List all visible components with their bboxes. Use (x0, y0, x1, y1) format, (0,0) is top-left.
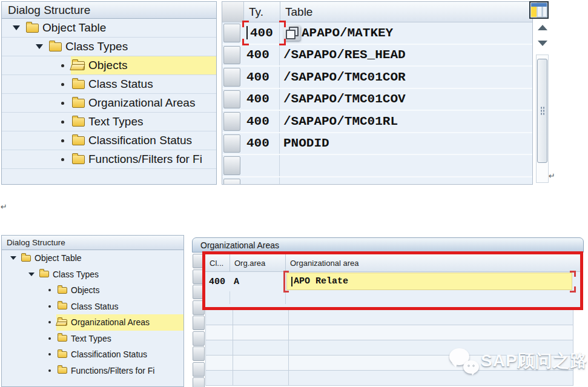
row-selector-button[interactable] (193, 316, 205, 330)
tree-item[interactable]: Class Types (2, 266, 183, 283)
tree-item-label: Class Status (71, 302, 119, 311)
cell-org-area[interactable]: A (230, 272, 286, 291)
column-header-org-area-name[interactable]: Organizational area (286, 254, 580, 272)
expand-arrow-icon[interactable] (7, 256, 20, 260)
column-header-org-area[interactable]: Org.area (230, 254, 286, 272)
tree-item-highlight: Class Types (48, 38, 216, 56)
table-row[interactable]: 400 /SAPAPO/TMC01RL (222, 111, 532, 133)
scroll-up-button[interactable] (535, 22, 549, 33)
class-value: 400 (209, 277, 225, 287)
column-header-ty[interactable]: Ty. (244, 2, 280, 22)
cursor-bracket-icon (570, 286, 576, 293)
tree-item[interactable]: Object Table (2, 19, 216, 38)
cell-class-type[interactable]: 400 (243, 22, 280, 44)
row-selector-button[interactable] (223, 134, 240, 153)
row-selector-button[interactable] (223, 68, 240, 87)
column-header-class[interactable]: Cl... (205, 254, 230, 272)
cursor-bracket-icon (242, 39, 249, 45)
cell-org-area-name[interactable]: APO Relate (286, 272, 580, 291)
scroll-down-button[interactable] (535, 38, 549, 48)
table-row[interactable]: 400 /SAPAPO/RES_HEAD (222, 45, 532, 67)
dialog-structure-tree: Object Table Class Types Objects (2, 19, 216, 169)
class-type-value: 400 (246, 92, 269, 106)
leaf-bullet-icon (43, 369, 56, 372)
expand-arrow-icon[interactable] (25, 273, 38, 276)
selector-column-header[interactable] (222, 2, 244, 22)
row-selector-button[interactable] (223, 46, 240, 65)
empty-cell (206, 340, 233, 355)
empty-cell (206, 310, 233, 325)
tree-item[interactable]: Classification Status (2, 346, 183, 363)
cell-class-type[interactable]: 400 (243, 45, 280, 66)
paragraph-mark: ↵ (1, 202, 7, 211)
empty-cell (233, 371, 289, 385)
table-name-value: /SAPAPO/TMC01RL (283, 114, 398, 128)
tree-item[interactable]: Class Status (2, 75, 216, 94)
tree-item[interactable]: Classification Status (2, 131, 216, 150)
table-row[interactable]: 400 APAPO/MATKEY (222, 22, 532, 45)
tree-item-label: Functions/Filters for Fi (71, 366, 154, 375)
row-selector-button[interactable] (193, 377, 205, 387)
tree-item[interactable]: Functions/Filters for Fi (2, 150, 216, 169)
row-selector-button[interactable] (223, 156, 240, 175)
cell-table-name[interactable]: /SAPAPO/TMC01COV (280, 89, 532, 110)
tree-item[interactable]: Object Table (2, 250, 183, 266)
folder-icon (72, 99, 85, 108)
table-name-value: /SAPAPO/TMC01COR (283, 70, 406, 84)
expand-arrow-icon[interactable] (8, 25, 25, 30)
org-area-name-input[interactable]: APO Relate (286, 273, 572, 290)
tree-item[interactable]: Text Types (2, 331, 183, 347)
cell-class-type[interactable]: 400 (243, 67, 280, 88)
table-row[interactable]: 400 A APO Relate (205, 272, 580, 291)
row-selector-button[interactable] (193, 346, 205, 361)
tree-item[interactable]: Organizational Areas (2, 94, 216, 113)
tree-item[interactable]: Class Types (2, 38, 216, 56)
cell-table-name[interactable]: /SAPAPO/TMC01RL (280, 111, 532, 132)
table-row[interactable]: 400 PNODID (222, 133, 532, 156)
cell-class[interactable]: 400 (205, 272, 230, 291)
vertical-scrollbar[interactable] (535, 22, 549, 183)
dialog-structure-title: Dialog Structure (8, 4, 90, 17)
tree-item[interactable]: Organizational Areas (2, 314, 183, 331)
cell-table-name[interactable]: /SAPAPO/RES_HEAD (280, 45, 532, 66)
leaf-bullet-icon (43, 289, 56, 291)
expand-arrow-icon[interactable] (31, 44, 48, 49)
column-header-table[interactable]: Table (280, 2, 532, 22)
tree-item[interactable]: Objects (2, 282, 183, 299)
tree-item[interactable]: Objects (2, 56, 216, 75)
table-body: 400 A APO Relate (205, 272, 580, 291)
tree-item[interactable]: Class Status (2, 299, 183, 315)
tree-item-label: Organizational Areas (88, 96, 195, 110)
scrollbar-thumb[interactable] (537, 59, 547, 163)
cell-table-name[interactable]: /SAPAPO/TMC01COR (280, 67, 532, 88)
cell-table-name[interactable]: APAPO/MATKEY (280, 22, 532, 44)
table-row[interactable]: 400 /SAPAPO/TMC01COR (222, 67, 532, 89)
cursor-bracket-icon (242, 21, 249, 27)
tree-item-highlight: Objects (71, 56, 216, 74)
watermark-text: SAP顾问之路 (481, 349, 588, 372)
row-selector-button[interactable] (223, 112, 240, 131)
row-selector-button[interactable] (223, 90, 240, 109)
dialog-structure-header: Dialog Structure (2, 2, 216, 19)
row-selector-button[interactable] (223, 24, 240, 42)
tree-item[interactable]: Text Types (2, 113, 216, 131)
table-name-value: /SAPAPO/TMC01COV (283, 92, 406, 106)
scrollbar-track[interactable] (536, 55, 549, 183)
cell-class-type[interactable]: 400 (243, 133, 280, 154)
row-selector-button[interactable] (193, 362, 205, 377)
tree-item[interactable]: Functions/Filters for Fi (2, 363, 183, 379)
folder-icon (72, 61, 85, 70)
table-row[interactable]: 400 /SAPAPO/TMC01COV (222, 89, 532, 111)
class-type-value: 400 (250, 26, 273, 40)
folder-icon (49, 42, 62, 51)
table-config-icon[interactable] (529, 1, 549, 22)
cell-table-name[interactable]: PNODID (280, 133, 532, 154)
cell-class-type[interactable]: 400 (243, 89, 280, 110)
tree-item-label: Class Types (53, 270, 99, 279)
tree-item-label: Object Table (42, 21, 106, 35)
row-selector-button[interactable] (223, 179, 240, 185)
row-selector-button[interactable] (193, 331, 205, 346)
cell-class-type[interactable]: 400 (243, 111, 280, 132)
leaf-bullet-icon (54, 64, 71, 67)
empty-cell (289, 325, 573, 340)
